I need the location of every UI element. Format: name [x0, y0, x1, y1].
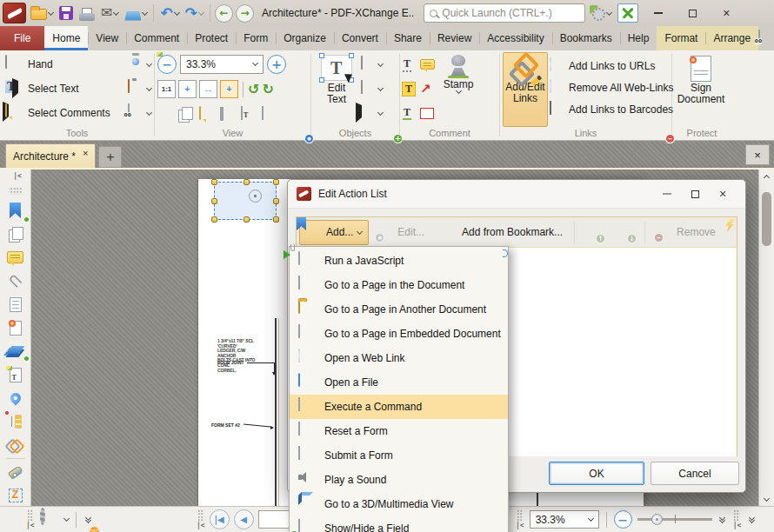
status-options-button[interactable]: [40, 510, 59, 529]
menu-item-reset-a-form[interactable]: Reset a Form: [290, 419, 508, 443]
comments-pane-button[interactable]: [199, 107, 215, 123]
select-object-button[interactable]: [361, 101, 383, 125]
close-tab-icon[interactable]: ×: [83, 148, 88, 158]
menu-item-go-to-page-in-another-document[interactable]: Go to a Page in Another Document: [290, 297, 508, 322]
tab-organize[interactable]: Organize: [276, 26, 334, 50]
fullscreen-button[interactable]: [616, 2, 640, 24]
tags-panel-button[interactable]: [4, 462, 27, 482]
zoom-in-button[interactable]: +: [267, 55, 286, 74]
add-links-to-urls-button[interactable]: Add Links to URLs: [550, 55, 674, 76]
highlight-text-button[interactable]: T: [403, 76, 415, 101]
open-button[interactable]: [29, 2, 55, 24]
tab-form[interactable]: Form: [236, 26, 276, 50]
dialog-title-bar[interactable]: Edit Action List ×: [288, 180, 745, 209]
zoom-level-combo[interactable]: 33.3%: [180, 55, 264, 74]
link-annotation-selection[interactable]: [214, 182, 277, 220]
edit-action-button[interactable]: Edit...: [370, 220, 431, 245]
status-overflow-button[interactable]: [717, 517, 728, 522]
selection-handle[interactable]: [211, 179, 217, 185]
status-overflow-button[interactable]: [746, 517, 757, 522]
rotate-cw-button[interactable]: ↻: [262, 83, 273, 96]
rotate-ccw-button[interactable]: ↺: [248, 83, 259, 96]
comments-panel-button[interactable]: [4, 247, 27, 268]
order-panel-button[interactable]: [4, 485, 27, 506]
tab-convert[interactable]: Convert: [334, 26, 386, 50]
menu-item-submit-a-form[interactable]: Submit a Form: [290, 443, 508, 468]
tab-format[interactable]: Format: [657, 26, 705, 50]
stamp-button[interactable]: Stamp: [437, 52, 480, 127]
dialog-close-button[interactable]: ×: [709, 183, 737, 204]
typewriter-button[interactable]: T: [403, 52, 415, 76]
selection-handle[interactable]: [273, 216, 279, 223]
page-number-box[interactable]: [258, 510, 293, 529]
close-document-button[interactable]: ×: [745, 144, 770, 165]
underline-text-button[interactable]: T: [403, 101, 415, 125]
selection-handle[interactable]: [273, 198, 279, 204]
save-button[interactable]: [57, 2, 75, 24]
add-action-button[interactable]: Add...: [299, 220, 369, 245]
collapse-sidebar-button[interactable]: |<: [6, 171, 29, 182]
menu-item-open-a-file[interactable]: Open a File: [290, 370, 508, 395]
status-grip[interactable]: |<: [516, 509, 524, 529]
menu-item-go-to-page-in-document[interactable]: Go to a Page in the Document: [290, 273, 508, 297]
zoom-out-button[interactable]: −: [157, 55, 177, 74]
sidebar-grip[interactable]: [9, 188, 22, 195]
vertical-scrollbar[interactable]: [758, 170, 774, 506]
selection-handle[interactable]: [273, 179, 279, 185]
menu-item-go-to-page-in-embedded-document[interactable]: Go to a Page in Embedded Document: [290, 322, 508, 346]
thumbnails-pane-button[interactable]: [178, 107, 194, 123]
selection-handle[interactable]: [211, 198, 217, 204]
chevron-down-icon[interactable]: [63, 515, 70, 522]
status-grip[interactable]: |<: [733, 509, 742, 529]
bookmarks-panel-button[interactable]: [4, 200, 27, 221]
layers-panel-button[interactable]: [4, 341, 27, 362]
menu-item-play-a-sound[interactable]: Play a Sound: [290, 468, 508, 492]
tab-protect[interactable]: Protect: [187, 26, 236, 50]
structure-panel-button[interactable]: [4, 411, 27, 432]
select-comments-tool-button[interactable]: Select Comments: [3, 101, 126, 125]
status-overflow-button[interactable]: [83, 517, 94, 522]
sign-document-button[interactable]: Sign Document: [675, 52, 727, 127]
quick-launch-search[interactable]: [424, 3, 585, 23]
tab-arrange[interactable]: Arrange: [705, 26, 758, 50]
menu-item-open-a-web-link[interactable]: Open a Web Link: [290, 346, 508, 370]
fit-page-button[interactable]: +: [178, 80, 197, 98]
destinations-panel-button[interactable]: [4, 388, 27, 409]
document-tab[interactable]: Architecture * ×: [5, 143, 96, 168]
tab-accessibility[interactable]: Accessibility: [479, 26, 551, 50]
paste-button[interactable]: [128, 76, 151, 101]
status-zoom-out-button[interactable]: −: [614, 510, 632, 529]
tab-share[interactable]: Share: [386, 26, 430, 50]
move-action-up-button[interactable]: [579, 220, 609, 245]
fields-panel-button[interactable]: [4, 294, 27, 315]
sticky-note-button[interactable]: [420, 52, 435, 76]
scroll-down-icon[interactable]: [764, 495, 770, 502]
print-button[interactable]: [77, 2, 97, 24]
customize-toolbars-button[interactable]: [588, 2, 613, 24]
menu-item-go-to-3d-multimedia-view[interactable]: Go to a 3D/Multimedia View: [290, 492, 508, 516]
hand-tool-button[interactable]: Hand: [3, 52, 126, 76]
find-in-document-icon[interactable]: [758, 30, 774, 46]
tab-home[interactable]: Home: [44, 26, 88, 50]
previous-page-button[interactable]: ◀: [234, 509, 254, 529]
pane-options-button[interactable]: [262, 107, 277, 123]
menu-item-run-a-javascript[interactable]: Run a JavaScript: [290, 249, 508, 273]
new-tab-button[interactable]: +: [98, 146, 122, 168]
status-grip[interactable]: |<: [197, 509, 205, 529]
content-panel-button[interactable]: [4, 364, 27, 385]
arrow-annotation-button[interactable]: [420, 76, 435, 101]
select-text-tool-button[interactable]: TSelect Text: [3, 76, 126, 101]
bookmarks-pane-button[interactable]: [157, 107, 173, 123]
tab-help[interactable]: Help: [620, 26, 657, 50]
zoom-slider[interactable]: [637, 518, 712, 521]
ok-button[interactable]: OK: [549, 462, 644, 485]
menu-item-execute-a-command[interactable]: Execute a Command: [290, 395, 508, 419]
add-links-to-barcodes-button[interactable]: Add Links to Barcodes: [550, 98, 674, 120]
forward-button[interactable]: →: [236, 4, 254, 23]
undo-button[interactable]: [158, 2, 180, 24]
tab-bookmarks[interactable]: Bookmarks: [552, 26, 620, 50]
actual-size-button[interactable]: 1:1: [157, 80, 176, 98]
edit-text-button[interactable]: Edit Text: [314, 52, 359, 127]
status-grip[interactable]: |<: [26, 509, 35, 529]
maximize-button[interactable]: [677, 2, 708, 24]
